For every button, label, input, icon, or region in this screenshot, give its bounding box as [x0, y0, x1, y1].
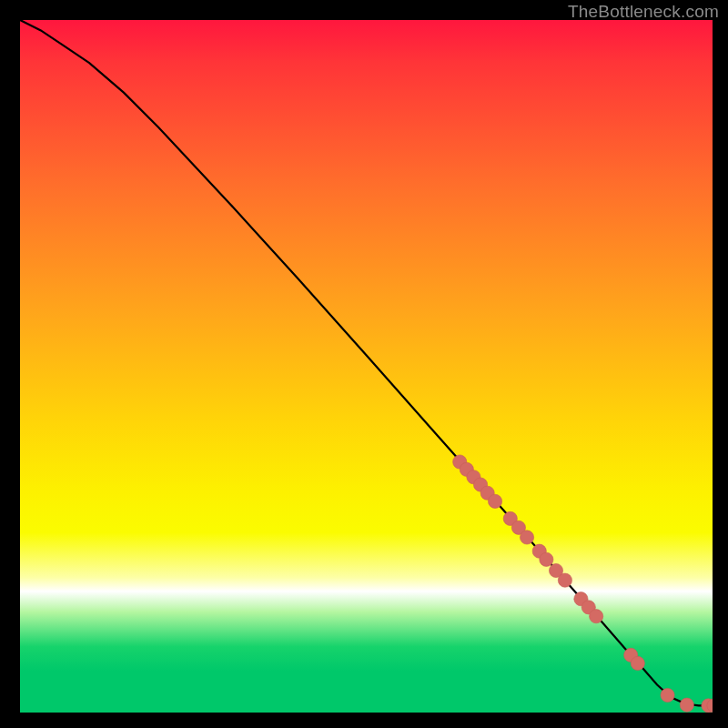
data-marker — [631, 656, 644, 670]
chart-stage: TheBottleneck.com — [0, 0, 728, 728]
data-marker — [558, 573, 571, 587]
chart-overlay — [20, 20, 713, 713]
data-marker — [540, 552, 553, 566]
marker-group — [453, 455, 713, 713]
curve-line — [20, 20, 713, 705]
data-marker — [590, 610, 603, 623]
data-marker — [661, 688, 674, 702]
data-marker — [520, 531, 533, 544]
watermark-text: TheBottleneck.com — [568, 2, 719, 22]
data-marker — [488, 494, 501, 508]
data-marker — [680, 698, 693, 712]
